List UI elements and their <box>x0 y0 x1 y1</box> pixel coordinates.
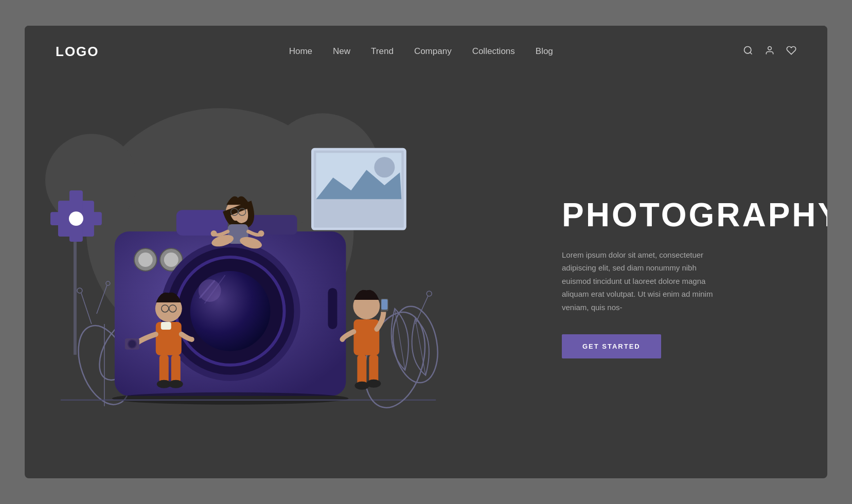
svg-line-40 <box>395 309 405 370</box>
illustration-area <box>25 77 546 478</box>
user-icon[interactable] <box>765 45 775 58</box>
heart-icon[interactable] <box>786 45 796 58</box>
nav-item-home[interactable]: Home <box>289 46 312 57</box>
svg-rect-6 <box>74 242 77 355</box>
svg-point-22 <box>138 253 153 267</box>
logo: LOGO <box>56 44 99 60</box>
svg-point-32 <box>112 392 349 405</box>
svg-point-51 <box>211 230 217 237</box>
svg-line-1 <box>750 52 752 54</box>
svg-point-15 <box>77 288 82 293</box>
svg-rect-19 <box>176 210 228 236</box>
svg-point-0 <box>744 46 751 53</box>
svg-rect-67 <box>357 355 366 386</box>
svg-point-2 <box>768 46 772 50</box>
svg-line-16 <box>97 285 107 314</box>
svg-line-14 <box>81 293 92 324</box>
hero-description: Lorem ipsum dolor sit amet, consectetuer… <box>562 248 726 314</box>
svg-point-24 <box>164 253 179 267</box>
nav-icons <box>743 45 796 58</box>
svg-point-52 <box>258 230 264 237</box>
nav-item-blog[interactable]: Blog <box>536 46 553 57</box>
svg-point-70 <box>366 380 381 388</box>
search-icon[interactable] <box>743 45 753 58</box>
svg-rect-59 <box>159 355 169 383</box>
nav-links: Home New Trend Company Collections Blog <box>289 46 553 57</box>
svg-rect-58 <box>161 322 171 330</box>
main-content: PHOTOGRAPHY Lorem ipsum dolor sit amet, … <box>25 77 827 478</box>
svg-rect-72 <box>381 299 387 310</box>
nav-item-collections[interactable]: Collections <box>472 46 515 57</box>
svg-point-62 <box>169 380 183 388</box>
svg-point-36 <box>374 157 395 177</box>
svg-rect-31 <box>328 288 337 329</box>
get-started-button[interactable]: GET STARTED <box>562 334 661 358</box>
svg-rect-60 <box>171 355 181 383</box>
svg-line-41 <box>415 319 425 375</box>
text-area: PHOTOGRAPHY Lorem ipsum dolor sit amet, … <box>546 77 827 478</box>
svg-rect-66 <box>353 319 379 355</box>
nav-item-new[interactable]: New <box>333 46 350 57</box>
browser-frame: LOGO Home New Trend Company Collections … <box>25 26 827 478</box>
svg-point-10 <box>69 211 83 226</box>
navbar: LOGO Home New Trend Company Collections … <box>25 26 827 77</box>
svg-point-43 <box>427 291 432 296</box>
svg-point-64 <box>128 340 136 348</box>
nav-item-trend[interactable]: Trend <box>371 46 394 57</box>
hero-title: PHOTOGRAPHY <box>562 197 827 233</box>
svg-line-42 <box>415 296 428 324</box>
nav-item-company[interactable]: Company <box>414 46 452 57</box>
svg-point-28 <box>199 279 221 302</box>
